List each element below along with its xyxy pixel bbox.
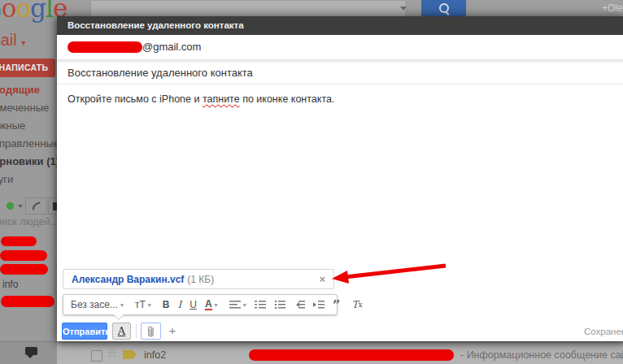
attachment-size: (1 КБ) [187, 274, 214, 285]
outdent-icon [294, 301, 305, 309]
bullet-list-button[interactable] [270, 295, 290, 314]
row-snippet: - Информационное сообщение сайта Интерне… [460, 349, 623, 361]
sidebar-item-circles[interactable]: Круги [0, 171, 59, 188]
search-icon [439, 3, 449, 13]
recipient-field[interactable]: @gmail.com [57, 35, 623, 60]
account-link[interactable]: +Oleg [602, 2, 623, 14]
italic-button[interactable]: I [174, 295, 186, 314]
font-size-button[interactable]: тT▾ [131, 295, 155, 314]
align-icon [229, 301, 241, 309]
font-family-button[interactable]: Без засе...▾ [67, 295, 128, 314]
bullet-list-icon [274, 301, 285, 309]
chevron-down-icon: ▾ [243, 301, 246, 309]
search-scope-caret-icon[interactable] [400, 6, 407, 14]
sidebar-item-sent[interactable]: Отправленные [0, 135, 59, 153]
chat-search-input[interactable]: Поиск людей... [0, 216, 59, 228]
inbox-row[interactable]: ☆ info2 - Информационное сообщение сайта… [57, 342, 623, 364]
redaction-bar [68, 41, 142, 53]
align-button[interactable]: ▾ [225, 295, 251, 314]
sidebar-nav: Входящие Помеченные Важные Отправленные … [0, 81, 59, 188]
sidebar-item-inbox[interactable]: Входящие [0, 81, 59, 99]
attachment-filename[interactable]: Александр Варакин.vcf [72, 274, 184, 285]
chevron-down-icon: ▾ [148, 301, 151, 309]
row-checkbox[interactable] [91, 350, 102, 362]
underline-button[interactable]: U [185, 295, 201, 314]
search-input[interactable] [91, 1, 405, 17]
compose-titlebar[interactable]: Восстановление удаленного контакта [57, 16, 623, 35]
numbered-list-icon [255, 301, 266, 309]
message-body[interactable]: Откройте письмо с iPhone и тапните по ик… [57, 84, 623, 114]
indent-button[interactable] [309, 295, 329, 314]
numbered-list-button[interactable] [251, 295, 270, 314]
sidebar-item-starred[interactable]: Помеченные [0, 99, 59, 117]
redaction-bar [1, 236, 37, 246]
redaction-bar [1, 296, 54, 307]
misspelled-word: тапните [203, 93, 240, 105]
more-options-button[interactable]: + [166, 323, 179, 340]
chat-contact-info[interactable]: info [2, 279, 18, 290]
recipient-domain: @gmail.com [142, 41, 201, 53]
formatting-toolbar: Без засе...▾ тT▾ B I U A▾ ▾ ” Tx [63, 294, 338, 315]
attachment-chip: Александр Варакин.vcf (1 КБ) × [63, 269, 334, 289]
toolbar-divider [136, 324, 137, 338]
star-icon[interactable]: ☆ [107, 346, 117, 361]
sidebar-item-drafts[interactable]: Черновики (1) [0, 153, 59, 171]
label-tag-icon [123, 350, 137, 359]
chat-bubble-icon[interactable] [25, 347, 37, 355]
gmail-page: Google +Oleg mail ▾ НАПИСАТЬ Входящие По… [0, 0, 623, 364]
row-label: info2 [144, 349, 166, 361]
chat-call-button[interactable] [25, 197, 47, 214]
quote-button[interactable]: ” [329, 295, 345, 314]
paperclip-icon [146, 325, 155, 338]
text-color-button[interactable]: A▾ [201, 295, 222, 314]
remove-attachment-icon[interactable]: × [319, 273, 325, 285]
gmail-logo-dropdown[interactable]: mail ▾ [0, 31, 25, 50]
formatting-toggle-button[interactable]: A [112, 323, 131, 340]
chevron-down-icon: ▾ [120, 301, 124, 309]
outdent-button[interactable] [290, 295, 309, 314]
remove-formatting-button[interactable]: Tx [347, 295, 366, 314]
compose-button[interactable]: НАПИСАТЬ [0, 58, 55, 77]
saved-status: Сохранено [584, 327, 623, 336]
subject-field[interactable]: Восстановление удаленного контакта [57, 63, 623, 84]
quote-icon: ” [333, 301, 341, 309]
bold-button[interactable]: B [159, 295, 174, 314]
sidebar-item-important[interactable]: Важные [0, 117, 59, 135]
redaction-bar [0, 250, 47, 261]
chevron-down-icon: ▾ [21, 38, 25, 47]
phone-icon [31, 201, 41, 211]
send-button[interactable]: Отправить [62, 323, 107, 340]
chevron-down-icon: ▾ [215, 301, 218, 309]
indent-icon [313, 301, 325, 309]
compose-window: Восстановление удаленного контакта @gmai… [57, 16, 623, 341]
presence-caret-icon[interactable] [18, 205, 23, 210]
redaction-bar [249, 349, 454, 361]
attach-file-button[interactable] [141, 323, 161, 340]
presence-status-icon[interactable] [7, 202, 14, 210]
redaction-bar [0, 264, 48, 275]
search-button[interactable] [421, 0, 466, 16]
